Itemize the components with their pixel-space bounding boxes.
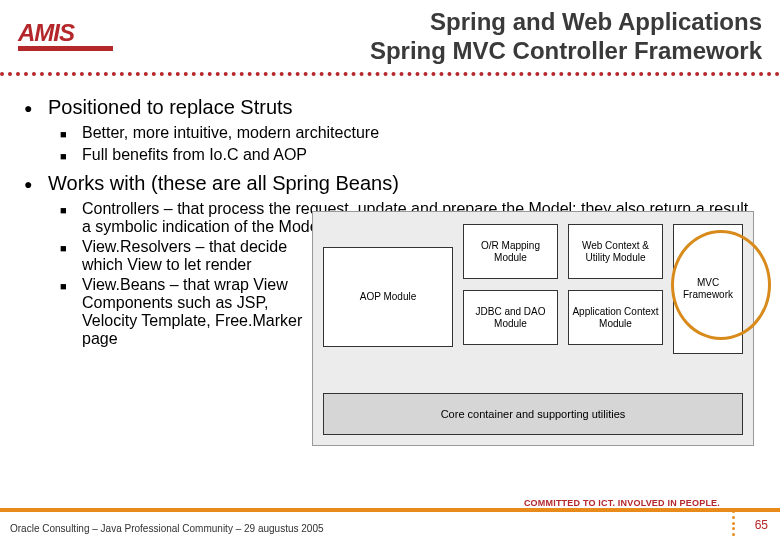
box-web-context: Web Context & Utility Module [568, 224, 663, 279]
title-block: Spring and Web Applications Spring MVC C… [370, 8, 762, 66]
bullet-2-3-text: View.Beans – that wrap View Components s… [82, 276, 307, 348]
bullet-2-text: Works with (these are all Spring Beans) [48, 172, 399, 196]
divider-dotted [0, 72, 780, 76]
page-number: 65 [755, 518, 768, 532]
square-bullet-icon: ■ [60, 238, 82, 274]
title-line-2: Spring MVC Controller Framework [370, 37, 762, 66]
slide-header: AMIS Spring and Web Applications Spring … [0, 0, 780, 85]
square-bullet-icon: ■ [60, 200, 82, 236]
square-bullet-icon: ■ [60, 146, 82, 166]
bullet-1: ● Positioned to replace Struts [24, 96, 762, 120]
box-jdbc: JDBC and DAO Module [463, 290, 558, 345]
logo: AMIS [18, 22, 113, 66]
bullet-2-2-text: View.Resolvers – that decide which View … [82, 238, 307, 274]
vertical-dots-icon [732, 510, 735, 536]
footer-text: Oracle Consulting – Java Professional Co… [0, 523, 324, 540]
disc-bullet-icon: ● [24, 96, 48, 120]
square-bullet-icon: ■ [60, 124, 82, 144]
logo-text: AMIS [18, 22, 113, 44]
box-aop: AOP Module [323, 247, 453, 347]
bullet-2: ● Works with (these are all Spring Beans… [24, 172, 762, 196]
box-mvc: MVC Framework [673, 224, 743, 354]
architecture-diagram: AOP Module O/R Mapping Module Web Contex… [312, 211, 754, 446]
footer: Oracle Consulting – Java Professional Co… [0, 506, 780, 540]
bullet-1-2: ■ Full benefits from Io.C and AOP [60, 146, 762, 166]
logo-bar [18, 46, 113, 51]
bullet-1-1-text: Better, more intuitive, modern architect… [82, 124, 379, 144]
box-orm: O/R Mapping Module [463, 224, 558, 279]
box-core: Core container and supporting utilities [323, 393, 743, 435]
bullet-1-1: ■ Better, more intuitive, modern archite… [60, 124, 762, 144]
square-bullet-icon: ■ [60, 276, 82, 348]
box-app-context: Application Context Module [568, 290, 663, 345]
footer-line [0, 508, 780, 512]
bullet-1-2-text: Full benefits from Io.C and AOP [82, 146, 307, 166]
title-line-1: Spring and Web Applications [370, 8, 762, 37]
bullet-1-text: Positioned to replace Struts [48, 96, 293, 120]
content-area: ● Positioned to replace Struts ■ Better,… [24, 90, 762, 492]
disc-bullet-icon: ● [24, 172, 48, 196]
